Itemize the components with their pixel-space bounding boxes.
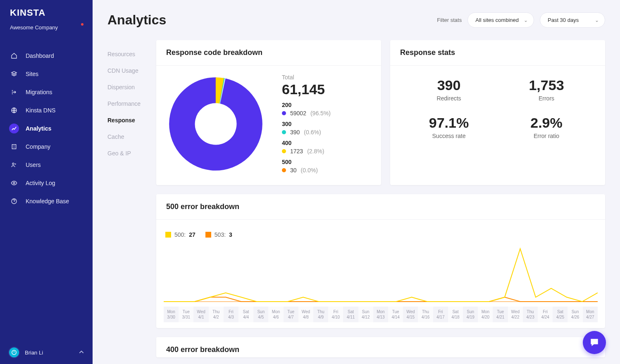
- nav-item-knowledge-base[interactable]: Knowledge Base: [0, 192, 93, 210]
- stat-value: 2.9%: [498, 115, 595, 131]
- x-tick: Sun4/12: [358, 307, 373, 322]
- x-tick: Fri4/17: [433, 307, 448, 322]
- subnav-item-performance[interactable]: Performance: [107, 95, 144, 112]
- response-stats-card: Response stats 390 Redirects1,753 Errors…: [390, 40, 605, 185]
- svg-point-2: [12, 163, 14, 164]
- x-tick: Mon4/13: [373, 307, 388, 322]
- code-label: 300: [282, 121, 371, 127]
- x-tick: Mon4/27: [583, 307, 598, 322]
- code-label: 400: [282, 140, 371, 146]
- stat-cell: 390 Redirects: [400, 77, 498, 102]
- subnav-item-resources[interactable]: Resources: [107, 46, 144, 62]
- subnav-item-response[interactable]: Response: [107, 112, 144, 128]
- eye-icon: [9, 178, 19, 188]
- nav-label: Sites: [26, 71, 38, 77]
- nav-item-analytics[interactable]: Analytics: [0, 119, 93, 138]
- nav-label: Activity Log: [26, 180, 55, 186]
- code-percent: (0.6%): [304, 129, 321, 136]
- sidebar: KINSTA Awesome Company DashboardSitesMig…: [0, 0, 93, 364]
- subnav-item-cache[interactable]: Cache: [107, 128, 144, 145]
- color-dot: [282, 111, 286, 115]
- color-dot: [282, 149, 286, 153]
- code-value: 30: [290, 167, 297, 174]
- legend-label: 500:: [174, 231, 186, 238]
- avatar: [8, 347, 20, 358]
- code-percent: (0.0%): [301, 167, 318, 174]
- dns-icon: [9, 105, 19, 115]
- chat-button[interactable]: [583, 331, 606, 354]
- x-tick: Tue4/7: [284, 307, 298, 322]
- legend-swatch: [205, 232, 211, 238]
- nav-item-activity-log[interactable]: Activity Log: [0, 174, 93, 192]
- subnav-item-geo-ip[interactable]: Geo & IP: [107, 145, 144, 162]
- card-title: Response code breakdown: [156, 40, 381, 66]
- total-value: 61,145: [282, 81, 371, 98]
- stat-label: Redirects: [400, 95, 498, 102]
- x-tick: Tue4/14: [388, 307, 403, 322]
- stat-label: Errors: [498, 95, 595, 102]
- code-label: 200: [282, 102, 371, 108]
- primary-nav: DashboardSitesMigrationsKinsta DNSAnalyt…: [0, 47, 93, 341]
- svg-point-3: [13, 182, 15, 184]
- x-tick: Thu4/2: [209, 307, 224, 322]
- nav-label: Analytics: [26, 125, 51, 132]
- nav-item-kinsta-dns[interactable]: Kinsta DNS: [0, 101, 93, 119]
- chevron-up-icon[interactable]: [79, 349, 84, 356]
- nav-label: Company: [26, 143, 50, 150]
- nav-label: Users: [26, 162, 41, 168]
- stat-cell: 97.1% Success rate: [400, 115, 498, 139]
- nav-item-users[interactable]: Users: [0, 156, 93, 174]
- site-filter-dropdown[interactable]: All sites combined ⌄: [467, 12, 534, 28]
- x-tick: Sun4/26: [568, 307, 582, 322]
- x-tick: Sun4/19: [463, 307, 478, 322]
- nav-item-company[interactable]: Company: [0, 138, 93, 156]
- main-content: Analytics Filter stats All sites combine…: [93, 0, 620, 364]
- stat-value: 1,753: [498, 77, 595, 93]
- code-percent: (96.5%): [310, 110, 331, 117]
- nav-item-dashboard[interactable]: Dashboard: [0, 47, 93, 65]
- response-code-row: 500 30 (0.0%): [282, 159, 371, 174]
- card-title: 500 error breakdown: [156, 194, 605, 220]
- code-percent: (2.8%): [307, 148, 324, 155]
- nav-item-migrations[interactable]: Migrations: [0, 83, 93, 101]
- nav-label: Migrations: [26, 89, 52, 95]
- user-menu[interactable]: Brian Li: [8, 347, 43, 358]
- x-tick: Sat4/18: [448, 307, 463, 322]
- subnav-item-dispersion[interactable]: Dispersion: [107, 79, 144, 95]
- card-title: 400 error breakdown: [156, 337, 605, 357]
- x-tick: Sat4/25: [553, 307, 568, 322]
- date-filter-dropdown[interactable]: Past 30 days ⌄: [540, 12, 605, 28]
- subnav-item-cdn-usage[interactable]: CDN Usage: [107, 62, 144, 79]
- color-dot: [282, 130, 286, 134]
- legend-value: 27: [189, 231, 196, 238]
- x-tick: Thu4/23: [523, 307, 538, 322]
- stat-label: Success rate: [400, 133, 498, 139]
- stat-value: 97.1%: [400, 115, 498, 131]
- x-tick: Wed4/22: [508, 307, 523, 322]
- users-icon: [9, 160, 19, 170]
- x-tick: Wed4/1: [193, 307, 208, 322]
- x-tick: Fri4/3: [224, 307, 238, 322]
- x-tick: Tue4/21: [493, 307, 508, 322]
- x-tick: Fri4/24: [538, 307, 553, 322]
- x-tick: Thu4/9: [313, 307, 328, 322]
- legend-swatch: [165, 232, 171, 238]
- response-code-row: 400 1723 (2.8%): [282, 140, 371, 155]
- legend-item: 503: 3: [205, 231, 232, 238]
- nav-label: Dashboard: [26, 52, 54, 59]
- company-selector[interactable]: Awesome Company: [10, 24, 83, 31]
- nav-item-sites[interactable]: Sites: [0, 65, 93, 83]
- card-title: Response stats: [390, 40, 605, 66]
- chart-x-axis: Mon3/30Tue3/31Wed4/1Thu4/2Fri4/3Sat4/4Su…: [164, 307, 598, 322]
- nav-label: Knowledge Base: [26, 198, 69, 205]
- help-icon: [9, 196, 19, 206]
- x-tick: Sat4/4: [238, 307, 253, 322]
- x-tick: Tue3/31: [179, 307, 193, 322]
- code-value: 390: [290, 129, 300, 136]
- stat-cell: 1,753 Errors: [498, 77, 595, 102]
- stack-icon: [9, 69, 19, 79]
- stat-cell: 2.9% Error ratio: [498, 115, 595, 139]
- response-code-breakdown-card: Response code breakdown: [156, 40, 381, 185]
- x-tick: Wed4/15: [403, 307, 418, 322]
- svg-rect-1: [12, 145, 16, 149]
